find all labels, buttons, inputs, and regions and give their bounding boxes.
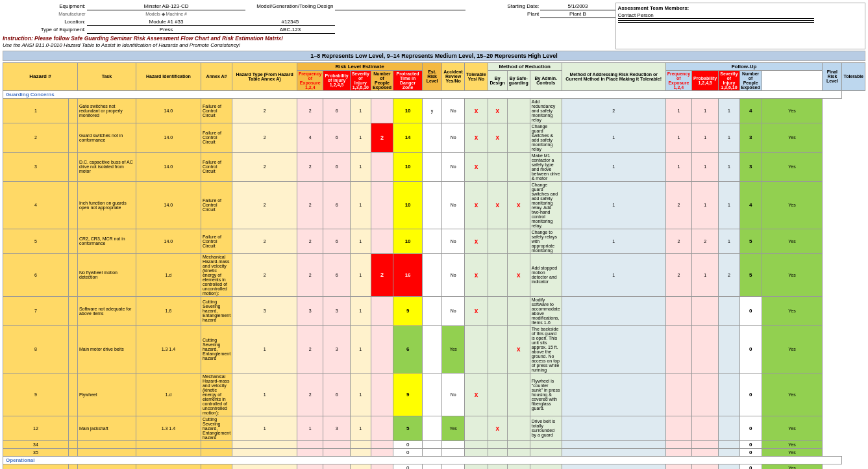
annex-header: Annex A# (201, 62, 232, 90)
cell-11-4 (201, 448, 232, 456)
cell-1-5: 2 (232, 123, 297, 152)
cell-6-19 (692, 296, 719, 325)
cell-8-22: Yes (762, 373, 823, 416)
npe2-header: Number of People Exposed (739, 70, 762, 90)
cell-7-18 (665, 325, 691, 373)
cell-0-16: Add redundancy and safety monitoring rel… (530, 98, 562, 123)
cell-0-7: 6 (323, 98, 350, 123)
cell-8-19 (692, 373, 719, 416)
cell-11-12 (442, 448, 465, 456)
cell-6-14 (488, 296, 507, 325)
cell-11-0: 35 (3, 448, 69, 456)
tolerable-header: Tolerable Yes/ No (465, 62, 488, 90)
cell-7-0: 8 (3, 325, 69, 373)
cell-10-22: Yes (762, 440, 823, 448)
cell-3-7: 6 (323, 181, 350, 229)
cell-4-17: 1 (562, 229, 665, 253)
cell-5-4: Mechanical Hazard-mass and velocity (kin… (201, 253, 232, 296)
cell-2-14 (488, 152, 507, 181)
cell-4-9 (371, 229, 393, 253)
cell-0-12 (442, 464, 465, 469)
cell-0-19: 1 (692, 98, 719, 123)
cell-0-14: x (488, 98, 507, 123)
cell-7-13 (465, 325, 488, 373)
cell-4-7: 6 (323, 229, 350, 253)
cell-6-21: 0 (739, 296, 762, 325)
task-header: Task (77, 62, 136, 90)
hazard-num-header: Hazard # (3, 62, 78, 90)
cell-6-4: Cutting Severing hazard, Entanglement ha… (201, 296, 232, 325)
cell-5-1 (68, 253, 77, 296)
cell-11-8 (350, 448, 371, 456)
cell-0-14 (488, 464, 507, 469)
table-row: 6No flywheel motion detection1.dMechanic… (3, 253, 865, 296)
cell-9-17 (562, 416, 665, 440)
cell-11-15 (507, 448, 530, 456)
cell-6-20 (719, 296, 739, 325)
cell-0-10: 0 (393, 464, 423, 469)
cell-1-21: 3 (739, 123, 762, 152)
cell-2-21: 3 (739, 152, 762, 181)
table-row: 5CR2, CR3, MCR not in conformance14.0Fai… (3, 229, 865, 253)
cell-1-1 (68, 123, 77, 152)
cell-10-20 (719, 440, 739, 448)
cell-3-19: 1 (692, 181, 719, 229)
cell-7-10: 6 (393, 325, 423, 373)
cell-5-15: x (507, 253, 530, 296)
cell-3-20: 1 (719, 181, 739, 229)
cell-9-5: 1 (232, 416, 297, 440)
table-body: Guarding Concerns1Gate switches not redu… (3, 90, 865, 469)
header-info-table: Equipment: Minster AB-123-CD Model/Gener… (3, 3, 615, 34)
cell-9-1 (68, 416, 77, 440)
type-label: Type of Equipment: (3, 25, 87, 33)
final-risk-header: Final Risk Level (823, 62, 842, 90)
cell-8-2: Flywheel (77, 373, 136, 416)
assessment-team-box: Assessment Team Members: Contact Person (615, 3, 865, 49)
cell-3-12: No (442, 181, 465, 229)
cell-1-10: 14 (393, 123, 423, 152)
cell-1-6: 4 (297, 123, 323, 152)
cell-5-2: No flywheel motion detection (77, 253, 136, 296)
cell-8-21: 0 (739, 373, 762, 416)
cell-9-2: Main jackshaft (77, 416, 136, 440)
cell-10-0: 34 (3, 440, 69, 448)
cell-7-19 (692, 325, 719, 373)
bydes-header: By Design (488, 70, 507, 90)
cell-0-5 (232, 464, 297, 469)
cell-10-15 (507, 440, 530, 448)
cell-3-1 (68, 181, 77, 229)
cell-8-3: 1.d (136, 373, 201, 416)
cell-0-1 (68, 464, 77, 469)
cell-8-17 (562, 373, 665, 416)
cell-6-0: 7 (3, 296, 69, 325)
manufacturer-sub: Manufacturer (3, 10, 87, 18)
table-row: 3500Yes (3, 448, 865, 456)
prob-header: Probability of Injury 1,2,4,5 (323, 70, 350, 90)
cell-6-3: 1.6 (136, 296, 201, 325)
cell-1-2: Guard switches not in conformance (77, 123, 136, 152)
table-row: 7Software not adequate for above items1.… (3, 296, 865, 325)
cell-0-3: 14.0 (136, 98, 201, 123)
cell-8-15 (507, 373, 530, 416)
cell-7-4: Cutting Severing hazard, Entanglement ha… (201, 325, 232, 373)
sev2-header: Severity of Injury 1,3,6,10 (719, 70, 739, 90)
type-value: Press (87, 25, 246, 33)
cell-11-21: 0 (739, 448, 762, 456)
cell-3-5: 2 (232, 181, 297, 229)
cell-3-17: 1 (562, 181, 665, 229)
main-table: Hazard # Task Hazard Identification Anne… (3, 62, 865, 470)
cell-2-2: D.C. capacitive buss of AC drive not iso… (77, 152, 136, 181)
cell-0-1 (68, 98, 77, 123)
cell-7-6: 2 (297, 325, 323, 373)
cell-6-12: No (442, 296, 465, 325)
table-row: 3400Yes (3, 440, 865, 448)
cell-1-9: 2 (371, 123, 393, 152)
cell-1-22: Yes (762, 123, 823, 152)
cell-5-16: Add stopped motion detector and indicato… (530, 253, 562, 296)
cell-9-22: Yes (762, 416, 823, 440)
cell-1-0: 2 (3, 123, 69, 152)
cell-10-3 (136, 440, 201, 448)
cell-0-8: 1 (350, 98, 371, 123)
cell-11-11 (423, 448, 442, 456)
cell-4-21: 5 (739, 229, 762, 253)
